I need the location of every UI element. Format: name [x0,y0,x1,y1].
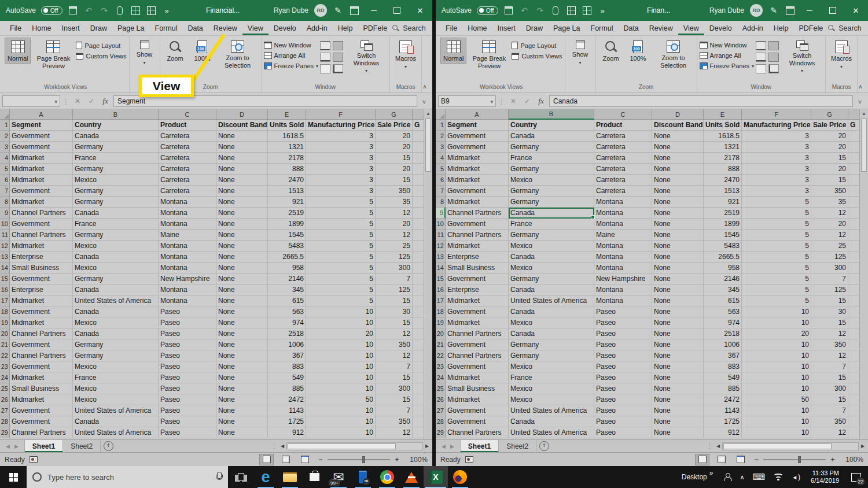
grid-cell[interactable]: 20 [376,219,413,230]
grid-cell[interactable]: None [216,142,268,153]
grid-cell[interactable]: 3 [306,164,376,175]
grid-cell[interactable]: 15 [376,317,413,328]
grid-cell[interactable]: Channel Partners [446,427,509,438]
maximize-button[interactable] [388,0,406,21]
grid-cell[interactable]: Midmarket [446,394,509,405]
grid-cell-partial[interactable] [848,405,859,416]
grid-cell[interactable]: 10 [306,361,376,372]
collapse-ribbon-icon[interactable] [421,84,429,91]
grid-cell[interactable]: 3 [306,186,376,197]
pencil-icon[interactable] [333,5,343,16]
grid-cell[interactable]: 10 [306,383,376,394]
menu-tab-file[interactable]: File [440,21,462,35]
grid-cell[interactable]: Canada [509,284,594,295]
grid-cell[interactable]: 921 [704,197,742,208]
grid-cell[interactable]: Government [10,142,73,153]
grid-cell[interactable]: France [509,372,594,383]
grid-cell[interactable]: 10 [306,317,376,328]
grid-cell[interactable]: Paseo [159,350,216,361]
view-normal-button[interactable] [695,454,709,465]
row-header[interactable]: 25 [436,383,446,394]
menu-tab-pdfele[interactable]: PDFele [793,21,828,35]
grid-cell[interactable]: 885 [704,383,742,394]
grid-cell[interactable]: 12 [376,350,413,361]
grid-cell[interactable]: None [652,328,704,339]
grid-cell[interactable]: Paseo [594,372,652,383]
grid-cell[interactable]: Channel Partners [10,208,73,219]
custom-views-button[interactable]: Custom Views [76,53,126,60]
grid-cell[interactable]: 15 [376,175,413,186]
grid-cell[interactable]: 350 [811,339,848,350]
grid-cell[interactable]: 10 [742,405,811,416]
insert-function-icon[interactable] [100,95,111,107]
grid-cell[interactable]: 549 [268,372,306,383]
switch-windows-button[interactable]: Switch Windows [345,38,387,75]
grid-cell[interactable]: 10 [306,372,376,383]
grid-cell[interactable]: Channel Partners [10,350,73,361]
column-header-a[interactable]: A [10,109,73,120]
grid-cell-partial[interactable] [413,219,424,230]
grid-cell[interactable]: Paseo [159,339,216,350]
row-header[interactable]: 21 [436,339,446,350]
grid-cell[interactable]: 2472 [704,394,742,405]
quick-access-more-icon[interactable] [597,5,608,16]
macro-record-icon[interactable] [30,456,38,463]
grid-cell-partial[interactable] [848,186,859,197]
grid-cell[interactable]: Paseo [594,416,652,427]
grid-cell[interactable]: Government [446,306,509,317]
grid-cell[interactable]: Mexico [509,317,594,328]
grid-cell-partial[interactable] [413,175,424,186]
grid-cell[interactable]: Canada [509,208,594,219]
freeze-panes-button[interactable]: Freeze Panes [264,62,319,69]
grid-cell[interactable]: None [216,284,268,295]
grid-cell[interactable]: 2518 [268,328,306,339]
grid-cell[interactable]: 5 [306,295,376,306]
new-sheet-button[interactable] [101,440,116,452]
grid-cell[interactable]: Montana [159,263,216,273]
grid-cell[interactable]: 958 [268,263,306,273]
row-header[interactable]: 3 [0,142,10,153]
task-view-icon[interactable] [228,466,253,488]
row-header[interactable]: 22 [436,350,446,361]
grid-cell[interactable]: 5483 [704,241,742,252]
grid-cell[interactable]: 5 [306,252,376,263]
row-header[interactable]: 16 [436,284,446,295]
zoom-button[interactable]: Zoom [163,38,188,64]
page-break-preview-button[interactable]: Page Break Preview [468,38,510,71]
grid-cell[interactable]: Government [10,405,73,416]
grid-cell[interactable]: 615 [268,295,306,306]
grid-cell[interactable]: None [652,383,704,394]
grid-cell[interactable]: 7 [811,405,848,416]
touch-mode-icon[interactable] [550,5,561,16]
grid-cell[interactable]: Government [446,142,509,153]
formula-expand-icon[interactable] [420,96,429,106]
scroll-up-icon[interactable] [424,109,432,118]
grid-cell[interactable]: Mexico [73,317,159,328]
grid-cell[interactable]: 1618.5 [268,131,306,142]
grid-cell[interactable]: Segment [446,120,509,131]
grid-cell[interactable]: 2665.5 [268,252,306,263]
grid-cell[interactable]: Government [10,131,73,142]
grid-cell[interactable]: None [216,317,268,328]
view-page-break-button[interactable] [733,454,748,465]
menu-tab-page-la[interactable]: Page La [548,21,586,35]
grid-cell[interactable]: Canada [509,416,594,427]
grid-cell[interactable]: None [652,186,704,197]
volume-icon[interactable] [792,473,800,481]
grid-cell[interactable]: Mexico [509,241,594,252]
row-header[interactable]: 24 [0,372,10,383]
scroll-right-icon[interactable] [423,443,431,449]
menu-tab-file[interactable]: File [5,21,27,35]
row-header[interactable]: 8 [436,197,446,208]
grid-cell-partial[interactable] [848,317,859,328]
grid-cell[interactable]: 12 [376,427,413,438]
grid-cell[interactable]: France [509,219,594,230]
row-header[interactable]: 20 [436,328,446,339]
view-normal-button[interactable] [259,454,274,465]
grid-cell[interactable]: 1143 [704,405,742,416]
grid-cell[interactable]: Germany [73,350,159,361]
grid-cell[interactable]: Small Business [446,263,509,273]
grid-cell[interactable]: None [216,197,268,208]
column-header-e[interactable]: E [704,109,742,120]
grid-cell[interactable]: 300 [811,263,848,273]
